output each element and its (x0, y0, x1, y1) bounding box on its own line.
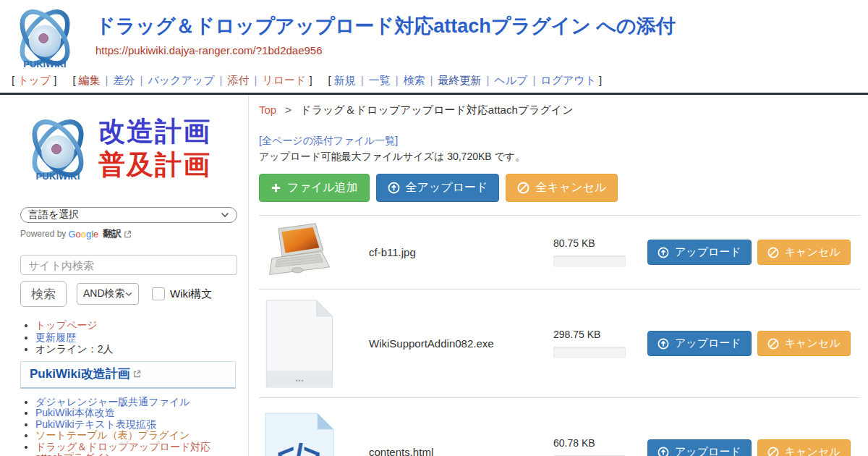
nav-link-diff[interactable]: 差分 (113, 74, 135, 86)
cancel-button[interactable]: キャンセル (757, 439, 851, 456)
nav-link-attach[interactable]: 添付 (227, 74, 249, 86)
ban-icon (517, 182, 529, 194)
sidebar-link-toppage[interactable]: トップページ (35, 319, 98, 331)
nav-link-search[interactable]: 検索 (404, 74, 425, 86)
cancel-all-button[interactable]: 全キャンセル (506, 174, 618, 202)
nav-separator: | (430, 74, 433, 86)
nav-separator: | (220, 74, 223, 86)
language-select-value: 言語を選択 (28, 208, 79, 221)
list-item: トップページ (35, 320, 238, 332)
nav-link-reload[interactable]: リロード (262, 74, 306, 86)
nav-separator: | (361, 74, 364, 86)
file-row: </> contents.html 60.78 KB アップロード (259, 397, 861, 456)
page-title: ドラッグ＆ドロップアップロード対応attachプラグイン への添付 (95, 16, 676, 38)
upload-circle-icon (658, 447, 669, 456)
sidebar-link-history[interactable]: 更新履歴 (35, 332, 76, 343)
breadcrumb-home-link[interactable]: Top (259, 104, 276, 116)
breadcrumb-current: ドラッグ＆ドロップアップロード対応attachプラグイン (300, 104, 573, 116)
upload-circle-icon (658, 338, 669, 350)
powered-by-prefix: Powered by (20, 229, 66, 239)
online-count: オンライン：2人 (35, 343, 113, 355)
plus-icon (271, 182, 281, 193)
logo-wordmark: PUKIWIKI (23, 59, 66, 69)
external-link-icon (124, 230, 132, 238)
powered-by-google: Powered by Google 翻訳 (20, 227, 238, 240)
sidebar-quick-links: トップページ 更新履歴 オンライン：2人 (20, 320, 238, 355)
upload-toolbar: ファイル追加 全アップロード 全キャンセル (259, 174, 861, 202)
ban-icon (767, 247, 779, 258)
wiki-syntax-checkbox[interactable] (152, 287, 165, 300)
upload-button[interactable]: アップロード (647, 331, 752, 356)
nav-link-help[interactable]: ヘルプ (494, 74, 527, 86)
translate-link[interactable]: 翻訳 (103, 227, 122, 240)
file-size: 80.75 KB (553, 237, 639, 249)
file-size: 298.75 KB (553, 329, 639, 340)
search-mode-select[interactable]: AND検索 (77, 283, 139, 305)
sidebar-link-core-mod[interactable]: PukiWiki本体改造 (35, 407, 115, 418)
nav-link-new[interactable]: 新規 (334, 74, 356, 86)
list-item: ダジャレンジャー版共通ファイル (35, 397, 238, 408)
nav-bracket: ] (309, 74, 312, 86)
sidebar-link-dnd-attach[interactable]: ドラッグ＆ドロップアップロード対応attachプラグイン (35, 441, 210, 456)
list-item: PukiWiki本体改造 (35, 408, 238, 419)
html-file-icon: </> (259, 412, 369, 456)
cancel-button[interactable]: キャンセル (757, 240, 851, 265)
sidebar: PUKIWIKI 改造計画 普及計画 言語を選択 Powered by Goog… (0, 95, 249, 456)
nav-link-list[interactable]: 一覧 (369, 74, 391, 86)
sidebar-banner[interactable]: PUKIWIKI 改造計画 普及計画 (20, 106, 238, 190)
pukiwiki-logo-icon: PUKIWIKI (20, 112, 95, 185)
file-name: WikiSupportAddin082.exe (369, 337, 553, 350)
logo-wordmark: PUKIWIKI (36, 171, 80, 182)
pukiwiki-kaizou-link[interactable]: PukiWiki改造計画 (30, 366, 130, 382)
upload-circle-icon (658, 247, 669, 258)
breadcrumb-separator: > (285, 104, 292, 116)
upload-file-list: cf-b11.jpg 80.75 KB アップロード (259, 215, 861, 456)
nav-link-backup[interactable]: バックアップ (148, 74, 214, 86)
nav-separator: | (140, 74, 142, 86)
search-button[interactable]: 検索 (20, 281, 67, 307)
nav-separator: | (532, 74, 535, 86)
nav-bracket: ] (599, 74, 602, 86)
nav-separator: | (486, 74, 489, 86)
list-item: 更新履歴 (35, 332, 238, 344)
google-logo: Google (68, 229, 98, 240)
upload-button[interactable]: アップロード (647, 240, 752, 265)
nav-bracket: ] (54, 74, 56, 86)
all-attachments-link[interactable]: [全ページの添付ファイル一覧] (259, 135, 398, 148)
sidebar-link-sort-table[interactable]: ソートテーブル（表）プラグイン (35, 429, 190, 441)
nav-separator: | (106, 74, 109, 86)
breadcrumb: Top > ドラッグ＆ドロップアップロード対応attachプラグイン (259, 104, 861, 117)
nav-separator: | (254, 74, 257, 86)
list-item: ソートテーブル（表）プラグイン (35, 430, 238, 442)
nav-bracket: [ (72, 74, 75, 86)
list-item: オンライン：2人 (35, 344, 238, 355)
upload-circle-icon (388, 182, 400, 194)
nav-separator: | (396, 74, 399, 86)
banner-text-kaizou: 改造計画 (98, 115, 211, 148)
add-file-button[interactable]: ファイル追加 (259, 174, 370, 202)
banner-text-fukyuu: 普及計画 (98, 148, 211, 181)
cancel-button[interactable]: キャンセル (757, 331, 851, 356)
sidebar-link-text-ext[interactable]: PukiWikiテキスト表現拡張 (35, 418, 156, 430)
chevron-down-icon (221, 212, 229, 218)
pukiwiki-logo-icon[interactable]: PUKIWIKI (7, 4, 84, 74)
nav-link-top[interactable]: トップ (17, 74, 51, 86)
upload-all-button[interactable]: 全アップロード (376, 174, 500, 202)
page-url-link[interactable]: https://pukiwiki.dajya-ranger.com/?1bd2d… (95, 44, 323, 56)
sidebar-site-links: ダジャレンジャー版共通ファイル PukiWiki本体改造 PukiWikiテキス… (20, 397, 238, 456)
chevron-down-icon (125, 292, 132, 297)
sidebar-link-common-files[interactable]: ダジャレンジャー版共通ファイル (35, 396, 190, 408)
language-select[interactable]: 言語を選択 (20, 207, 237, 223)
ban-icon (767, 338, 779, 350)
upload-button[interactable]: アップロード (647, 439, 752, 456)
nav-link-logout[interactable]: ログアウト (540, 74, 596, 86)
site-search-input[interactable] (20, 255, 237, 275)
file-size: 60.78 KB (553, 437, 639, 449)
nav-link-edit[interactable]: 編集 (79, 74, 101, 86)
laptop-photo-thumbnail (259, 222, 369, 283)
upload-progress-bar (553, 256, 626, 267)
list-item: PukiWikiテキスト表現拡張 (35, 419, 238, 431)
file-name: contents.html (369, 446, 553, 456)
external-link-icon (133, 370, 141, 378)
nav-link-recent[interactable]: 最終更新 (438, 74, 481, 86)
